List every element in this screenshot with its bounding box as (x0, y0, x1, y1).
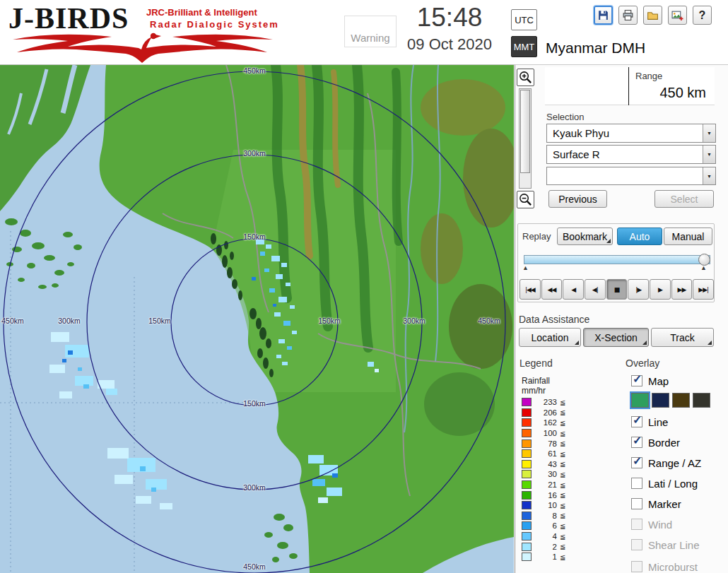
legend-value: 206 (536, 408, 557, 417)
zoom-out-button[interactable] (517, 191, 534, 208)
leq-symbol: ≦ (560, 491, 565, 499)
legend-row: 2≦ (522, 541, 565, 552)
save-button[interactable] (594, 6, 613, 25)
map-style-swatch-olive[interactable] (672, 393, 690, 408)
map-checkbox[interactable]: ✓ (631, 375, 642, 386)
skip-to-start-button[interactable]: |◀◀ (519, 279, 541, 300)
auto-button[interactable]: Auto (617, 228, 662, 245)
xsection-button[interactable]: X-Section (583, 328, 649, 347)
overlay-item-label: Lati / Long (648, 478, 698, 490)
track-button[interactable]: Track (651, 328, 714, 347)
map-style-swatch-green[interactable] (631, 393, 649, 408)
location-button[interactable]: Location (519, 328, 581, 347)
overlay-item-line[interactable]: ✓ Line (631, 415, 668, 429)
data-assistance-label: Data Assistance (519, 314, 589, 325)
leq-symbol: ≦ (560, 502, 565, 509)
legend-color-swatch (522, 491, 532, 500)
chevron-down-icon[interactable]: ▼ (703, 167, 715, 184)
lati-long-checkbox[interactable]: ✓ (631, 478, 642, 489)
jbirds-app: J-BIRDS JRC-Brilliant & Intelligent Rada… (0, 0, 728, 573)
ring-label-150-left: 150km (146, 317, 174, 325)
leq-symbol: ≦ (560, 398, 565, 406)
legend-value: 233 (536, 398, 557, 406)
product-dropdown[interactable]: Surface R ▼ (546, 145, 716, 164)
play-reverse-button[interactable]: ◀ (563, 279, 584, 300)
legend-row: 8≦ (522, 511, 565, 521)
skip-to-end-button[interactable]: ▶▶| (693, 279, 714, 300)
check-icon: ✓ (633, 413, 642, 427)
open-folder-button[interactable] (643, 6, 662, 25)
site-dropdown[interactable]: Kyauk Phyu ▼ (546, 124, 716, 143)
line-checkbox[interactable]: ✓ (631, 416, 642, 427)
zoom-in-button[interactable] (517, 69, 534, 86)
radar-map-display[interactable]: 450km 300km 150km 150km 300km 450km 450k… (0, 65, 514, 573)
clock-time: 15:48 (403, 3, 496, 33)
legend-value: 30 (536, 470, 557, 478)
fast-rewind-button[interactable]: ◀◀ (541, 279, 563, 300)
overlay-item-label: Border (648, 437, 680, 449)
play-button[interactable]: ▶ (650, 279, 671, 300)
previous-button[interactable]: Previous (548, 190, 607, 208)
extra-dropdown[interactable]: ▼ (546, 167, 716, 185)
legend-value: 61 (536, 449, 557, 458)
replay-timeline-slider[interactable] (524, 255, 710, 264)
map-style-swatch-navy[interactable] (652, 393, 669, 408)
leq-symbol: ≦ (560, 439, 565, 447)
selection-label: Selection (546, 112, 584, 122)
leq-symbol: ≦ (560, 533, 565, 540)
mmt-toggle-button[interactable]: MMT (511, 36, 537, 57)
export-image-button[interactable] (668, 6, 687, 25)
overlay-item-marker[interactable]: ✓ Marker (631, 497, 681, 511)
legend-value: 16 (536, 491, 557, 500)
leq-symbol: ≦ (560, 522, 565, 530)
legend-row: 78≦ (522, 438, 565, 449)
legend-value: 21 (536, 480, 557, 489)
range-az-checkbox[interactable]: ✓ (631, 457, 642, 468)
overlay-item-microburst: ✓ Microburst (631, 560, 698, 573)
print-button[interactable] (618, 6, 638, 25)
legend-row: 1≦ (522, 552, 565, 562)
ring-label-450-bottom: 450km (240, 562, 269, 571)
legend-color-swatch (522, 543, 532, 551)
select-button[interactable]: Select (654, 190, 714, 208)
overlay-item-label: Line (648, 416, 668, 428)
legend-row: 206≦ (522, 408, 565, 418)
step-back-button[interactable]: ◀| (585, 279, 606, 300)
legend-color-swatch (522, 480, 532, 489)
ring-label-450-right: 450km (475, 317, 503, 325)
ring-label-300-right: 300km (400, 317, 428, 325)
ring-label-150-top: 150km (240, 232, 269, 241)
chevron-down-icon[interactable]: ▼ (703, 146, 715, 163)
range-label: Range (635, 71, 662, 81)
fast-forward-button[interactable]: ▶▶ (671, 279, 693, 300)
overlay-item-range-az[interactable]: ✓ Range / AZ (631, 456, 701, 470)
legend-value: 162 (536, 418, 557, 427)
step-forward-button[interactable]: |▶ (628, 279, 649, 300)
overlay-item-lati-long[interactable]: ✓ Lati / Long (631, 476, 698, 490)
legend-color-swatch (522, 439, 532, 448)
legend-color-swatch (522, 532, 532, 540)
overlay-item-border[interactable]: ✓ Border (631, 435, 680, 449)
magnifier-plus-icon (518, 70, 533, 85)
map-style-swatch-dark[interactable] (693, 393, 710, 408)
legend-row: 100≦ (522, 428, 565, 439)
zoom-slider-track[interactable] (519, 88, 532, 189)
legend-unit-line1: Rainfall (522, 376, 550, 386)
overlay-item-map[interactable]: ✓ Map (631, 374, 669, 388)
ring-label-150-right: 150km (315, 317, 344, 325)
bookmark-button[interactable]: Bookmark (557, 228, 613, 245)
chevron-down-icon[interactable]: ▼ (703, 124, 715, 142)
warning-label: Warning (351, 32, 389, 44)
marker-checkbox[interactable]: ✓ (631, 498, 642, 509)
product-dropdown-value: Surface R (547, 146, 703, 163)
site-dropdown-value: Kyauk Phyu (547, 124, 703, 142)
utc-toggle-button[interactable]: UTC (511, 9, 537, 30)
help-button[interactable]: ? (693, 6, 712, 25)
legend-row: 21≦ (522, 480, 565, 490)
manual-button[interactable]: Manual (664, 228, 712, 245)
logo-subtitle-1: JRC-Brilliant & Intelligent (146, 7, 257, 18)
border-checkbox[interactable]: ✓ (631, 437, 642, 448)
stop-button[interactable]: ■ (606, 279, 628, 300)
zoom-slider-handle[interactable] (520, 90, 530, 173)
legend-row: 162≦ (522, 418, 565, 428)
